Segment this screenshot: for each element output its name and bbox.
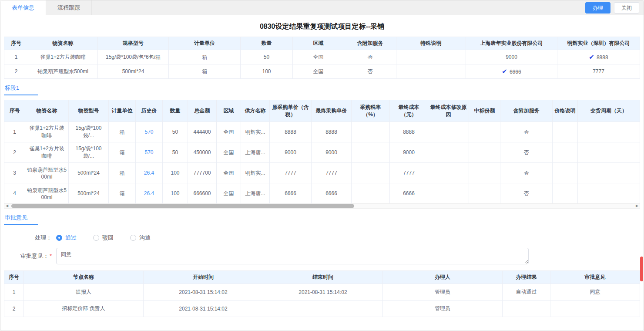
- approval-comment-row: 审批意见：* 同意: [4, 248, 640, 264]
- table-cell: [469, 142, 500, 163]
- table-cell: [469, 163, 500, 183]
- cell-text: 提报人: [76, 289, 91, 295]
- cell-text: 2021-08-31 15:14:02: [179, 289, 227, 295]
- radio-selected-icon[interactable]: [56, 235, 62, 241]
- cell-text: 全国: [313, 54, 324, 60]
- cell-text: 同意: [590, 289, 600, 295]
- table-cell: 招标定价部 负责人: [24, 301, 144, 317]
- cell-text: 全国: [224, 149, 234, 155]
- table-cell: 1: [4, 284, 24, 301]
- cell-text: 50: [264, 54, 269, 60]
- table-cell: 7777: [312, 163, 352, 183]
- table-cell: 提报人: [24, 284, 144, 301]
- cell-text: 箱: [120, 149, 125, 155]
- table-cell: 26.4: [136, 163, 163, 183]
- cell-text: 9000: [325, 149, 337, 155]
- cell-text: 否: [524, 129, 529, 135]
- cell-text: 777700: [193, 170, 211, 176]
- column-header: 物资名称: [28, 37, 98, 50]
- winning-check-icon: ✔: [589, 53, 594, 61]
- table-row: 1提报人2021-08-31 15:14:022021-08-31 15:14:…: [4, 284, 640, 301]
- process-label: 处理：: [4, 234, 56, 242]
- cell-text: 箱: [202, 68, 207, 74]
- history-price-link[interactable]: 570: [144, 129, 153, 135]
- radio-unselected-icon[interactable]: [93, 235, 99, 241]
- scroll-right-icon[interactable]: ▶: [634, 204, 640, 208]
- tab-process-tracking[interactable]: 流程跟踪: [46, 0, 92, 15]
- table-cell: 否: [500, 163, 553, 183]
- column-header: 原采购单价（含税）: [270, 100, 312, 122]
- cell-text: 铂泉葫芦瓶型水500ml: [37, 68, 88, 74]
- table-cell: 4: [4, 183, 25, 204]
- approval-comment-input[interactable]: 同意: [56, 248, 529, 264]
- scroll-left-icon[interactable]: ◀: [4, 204, 10, 208]
- cell-text: 箱: [120, 129, 125, 135]
- table-cell: [428, 142, 469, 163]
- column-header: 价格说明: [553, 100, 578, 122]
- table-cell: [553, 122, 578, 142]
- cell-text: 全国: [224, 190, 234, 196]
- cell-text: 450000: [193, 149, 211, 155]
- cell-text: 2021-08-31 15:14:02: [299, 289, 347, 295]
- table-cell: 777700: [188, 163, 217, 183]
- radio-option-communicate[interactable]: 沟通: [130, 234, 151, 242]
- table-cell: [469, 122, 500, 142]
- cell-text: 7777: [285, 170, 296, 176]
- table-cell: 箱: [109, 163, 136, 183]
- history-price-link[interactable]: 570: [144, 149, 153, 155]
- horizontal-scrollbar-thumb[interactable]: [11, 204, 354, 208]
- cell-text: 4: [13, 190, 16, 196]
- section-tab-approval-opinion[interactable]: 审批意见: [4, 214, 38, 225]
- column-header: 交货周期（天）: [578, 100, 640, 122]
- cell-text: 箱: [202, 54, 207, 60]
- radio-unselected-icon[interactable]: [130, 235, 136, 241]
- table-cell: [352, 183, 390, 204]
- section-tab-bid-1[interactable]: 标段1: [4, 84, 38, 95]
- history-price-link[interactable]: 26.4: [144, 170, 154, 176]
- table-cell: 6666: [390, 183, 428, 204]
- table-cell: 1: [4, 50, 28, 64]
- radio-option-reject[interactable]: 驳回: [93, 234, 114, 242]
- table-cell: [550, 301, 640, 317]
- tab-form-info[interactable]: 表单信息: [0, 0, 46, 15]
- table-cell: 9000: [312, 142, 352, 163]
- radio-option-approve[interactable]: 通过: [56, 234, 77, 242]
- cell-text: 444400: [193, 129, 211, 135]
- cell-text: 50: [172, 149, 178, 155]
- table-cell: 6666: [270, 183, 312, 204]
- form-content: 0830设定结果重复项测试项目定标--采销 序号物资名称规格型号计量单位数量区域…: [0, 22, 644, 317]
- column-header: 最终成本修改原因: [428, 100, 469, 122]
- column-header: 物资型号: [69, 100, 109, 122]
- radio-label: 驳回: [102, 234, 114, 242]
- table-cell: 上海唐...: [241, 183, 270, 204]
- cell-text: 15g/袋*100袋/...: [75, 145, 101, 159]
- table-row: 2雀巢1+2方片装咖啡15g/袋*100袋/...箱57050450000全国上…: [4, 142, 640, 163]
- approval-comment-label: 审批意见：*: [4, 252, 56, 260]
- history-price-link[interactable]: 26.4: [144, 190, 154, 196]
- vertical-scrollbar-thumb[interactable]: [640, 257, 643, 281]
- column-header: 规格型号: [98, 37, 169, 50]
- table-cell: 全国: [293, 64, 344, 79]
- table-cell: [352, 163, 390, 183]
- close-button[interactable]: 关闭: [614, 2, 639, 14]
- table-cell: 铂泉葫芦瓶型水500ml: [25, 163, 69, 183]
- column-header: 序号: [4, 37, 28, 50]
- column-header: 节点名称: [24, 271, 144, 284]
- table-cell: 500ml*24: [69, 163, 109, 183]
- table-cell: 箱: [109, 122, 136, 142]
- cell-text: 500ml*24: [77, 190, 100, 196]
- table-cell: 50: [241, 50, 293, 64]
- table-cell: 444400: [188, 122, 217, 142]
- cell-text: 箱: [120, 170, 125, 176]
- cell-text: 全国: [224, 129, 234, 135]
- cell-text: 8888: [403, 129, 415, 135]
- horizontal-scrollbar[interactable]: ◀ ▶: [4, 203, 640, 209]
- cell-text: 2: [13, 149, 16, 155]
- column-header: 采购税率（%）: [352, 100, 390, 122]
- table-cell: 15g/袋*100袋/...: [69, 122, 109, 142]
- table-cell: 500ml*24: [69, 183, 109, 204]
- table-cell: 全国: [217, 122, 241, 142]
- bid-detail-table: 序号物资名称物资型号计量单位历史价数量总金额区域供方名称原采购单价（含税）最终采…: [4, 100, 640, 204]
- handle-button[interactable]: 办理: [585, 2, 610, 14]
- table-cell: [396, 50, 466, 64]
